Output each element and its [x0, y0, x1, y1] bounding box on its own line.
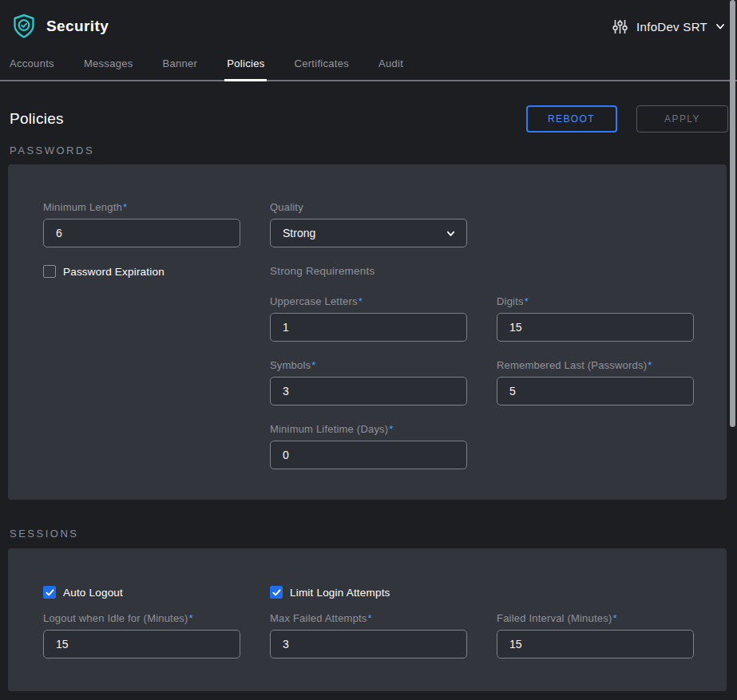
digits-input[interactable]: [497, 313, 694, 342]
auto-logout-checkbox[interactable]: [43, 586, 56, 599]
quality-select[interactable]: Strong: [270, 219, 467, 247]
quality-label: Quality: [270, 201, 467, 213]
remembered-last-input[interactable]: [497, 377, 694, 405]
minimum-lifetime-label: Minimum Lifetime (Days)*: [270, 423, 467, 435]
app-title: Security: [46, 18, 109, 35]
sessions-section-heading: SESSIONS: [0, 528, 737, 540]
uppercase-letters-label: Uppercase Letters*: [270, 295, 467, 307]
tab-accounts[interactable]: Accounts: [10, 57, 54, 80]
chevron-down-icon: [446, 228, 456, 239]
logout-idle-input[interactable]: [43, 630, 240, 658]
tab-banner[interactable]: Banner: [163, 57, 198, 80]
passwords-panel: Minimum Length* Quality Strong Password …: [8, 164, 727, 500]
max-failed-attempts-label: Max Failed Attempts*: [270, 612, 467, 624]
tab-audit[interactable]: Audit: [378, 57, 403, 80]
digits-label: Digits*: [497, 295, 694, 307]
remembered-last-label: Remembered Last (Passwords)*: [497, 359, 694, 371]
chevron-down-icon: [715, 21, 726, 32]
uppercase-letters-input[interactable]: [270, 313, 467, 342]
minimum-lifetime-input[interactable]: [270, 441, 467, 469]
tab-messages[interactable]: Messages: [84, 57, 133, 80]
reboot-button[interactable]: REBOOT: [526, 105, 617, 132]
auto-logout-label: Auto Logout: [63, 587, 123, 599]
minimum-length-input[interactable]: [43, 219, 240, 247]
limit-login-attempts-label: Limit Login Attempts: [290, 587, 390, 599]
sessions-panel: Auto Logout Limit Login Attempts Logout …: [8, 548, 727, 691]
minimum-length-label: Minimum Length*: [43, 201, 240, 213]
symbols-label: Symbols*: [270, 359, 467, 371]
failed-interval-label: Failed Interval (Minutes)*: [497, 612, 694, 624]
password-expiration-checkbox[interactable]: [43, 265, 56, 278]
tab-policies[interactable]: Policies: [227, 57, 264, 80]
system-name: InfoDev SRT: [636, 20, 707, 34]
failed-interval-input[interactable]: [497, 630, 694, 658]
logout-idle-label: Logout when Idle for (Minutes)*: [43, 612, 240, 624]
password-expiration-label: Password Expiration: [63, 266, 164, 278]
app-header: Security InfoDev SRT: [0, 0, 737, 53]
max-failed-attempts-input[interactable]: [270, 630, 467, 658]
sliders-icon: [612, 18, 628, 35]
tab-certificates[interactable]: Certificates: [294, 57, 349, 80]
tabbar: Accounts Messages Banner Policies Certif…: [0, 53, 737, 81]
symbols-input[interactable]: [270, 377, 467, 405]
quality-select-value: Strong: [283, 227, 315, 239]
strong-requirements-label: Strong Requirements: [270, 265, 374, 277]
system-selector[interactable]: InfoDev SRT: [612, 18, 726, 35]
apply-button: APPLY: [636, 105, 728, 132]
vertical-scrollbar-thumb[interactable]: [730, 0, 735, 427]
shield-check-icon: [10, 13, 38, 40]
page-title: Policies: [10, 110, 64, 128]
passwords-section-heading: PASSWORDS: [0, 144, 737, 156]
limit-login-attempts-checkbox[interactable]: [270, 586, 283, 599]
